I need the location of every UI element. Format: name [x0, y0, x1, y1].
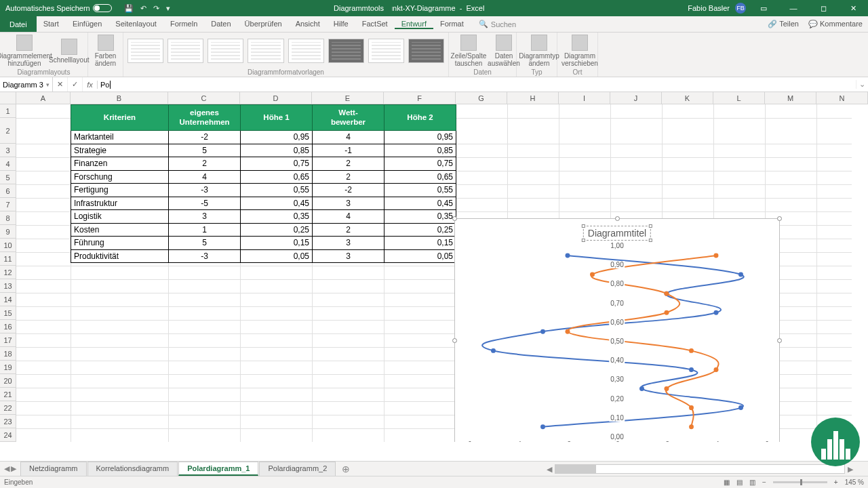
table-cell[interactable]: 0,85: [241, 144, 313, 157]
chart-object[interactable]: Diagrammtitel 0,000,100,200,300,400,500,…: [454, 218, 780, 442]
table-cell[interactable]: 0,75: [384, 157, 456, 171]
ribbon-options-icon[interactable]: ▭: [751, 0, 776, 16]
redo-icon[interactable]: ↷: [153, 4, 159, 13]
sheet-nav-prev-icon[interactable]: ◀: [4, 464, 9, 473]
row-header[interactable]: 17: [0, 333, 16, 347]
table-cell[interactable]: 0,75: [241, 157, 313, 171]
sheet-tab[interactable]: Korrelationsdiagramm: [87, 462, 178, 476]
change-colors-button[interactable]: Farben ändern: [92, 35, 119, 67]
table-cell[interactable]: 3: [169, 210, 241, 224]
column-header[interactable]: C: [168, 92, 240, 104]
chart-data-point[interactable]: [689, 405, 694, 410]
qat-dropdown-icon[interactable]: ▾: [166, 4, 170, 13]
ribbon-tab-seitenlayout[interactable]: Seitenlayout: [108, 20, 163, 28]
chart-data-point[interactable]: [738, 272, 743, 277]
column-header[interactable]: N: [816, 92, 868, 104]
row-header[interactable]: 15: [0, 306, 16, 320]
table-cell[interactable]: -5: [169, 197, 241, 210]
table-cell[interactable]: 4: [169, 170, 241, 184]
table-cell[interactable]: 5: [169, 237, 241, 250]
column-header[interactable]: B: [71, 92, 168, 104]
table-cell[interactable]: Strategie: [71, 144, 169, 157]
table-cell[interactable]: 5: [169, 144, 241, 157]
table-cell[interactable]: Marktanteil: [71, 131, 169, 144]
table-cell[interactable]: 4: [313, 210, 384, 224]
row-header[interactable]: 8: [0, 211, 16, 225]
row-header[interactable]: 2: [0, 118, 16, 144]
table-cell[interactable]: Führung: [71, 237, 169, 250]
chart-data-point[interactable]: [713, 367, 718, 372]
chart-style-5[interactable]: [288, 39, 324, 63]
row-header[interactable]: 4: [0, 157, 16, 171]
chart-data-point[interactable]: [738, 405, 743, 410]
chart-data-point[interactable]: [689, 367, 694, 372]
row-header[interactable]: 7: [0, 198, 16, 211]
table-cell[interactable]: 0,45: [241, 197, 313, 210]
row-header[interactable]: 9: [0, 225, 16, 239]
row-header[interactable]: 3: [0, 144, 16, 157]
chart-data-point[interactable]: [713, 310, 718, 315]
row-header[interactable]: 23: [0, 415, 16, 428]
data-table[interactable]: Kriterieneigenes UnternehmenHöhe 1Wett-b…: [71, 104, 456, 263]
table-cell[interactable]: 0,55: [241, 184, 313, 197]
table-cell[interactable]: 2: [313, 170, 384, 184]
row-header[interactable]: 10: [0, 239, 16, 252]
enter-formula-icon[interactable]: ✓: [68, 77, 83, 92]
table-cell[interactable]: Forschung: [71, 170, 169, 184]
table-cell[interactable]: 0,05: [384, 249, 456, 263]
column-header[interactable]: M: [765, 92, 816, 104]
chart-data-point[interactable]: [590, 272, 595, 277]
ribbon-tab-start[interactable]: Start: [37, 20, 66, 28]
ribbon-tab-überprüfen[interactable]: Überprüfen: [238, 20, 289, 28]
sheet-tab[interactable]: Polardiagramm_2: [259, 462, 336, 476]
ribbon-tab-daten[interactable]: Daten: [204, 20, 237, 28]
column-header[interactable]: A: [16, 92, 71, 104]
column-header[interactable]: E: [312, 92, 384, 104]
user-name[interactable]: Fabio Basler: [688, 4, 730, 12]
chart-series-line[interactable]: [568, 256, 719, 427]
table-cell[interactable]: 0,15: [241, 237, 313, 250]
row-header[interactable]: 22: [0, 401, 16, 415]
chart-title[interactable]: Diagrammtitel: [583, 226, 651, 241]
table-cell[interactable]: 2: [313, 157, 384, 171]
autosave-toggle[interactable]: Automatisches Speichern: [5, 4, 112, 12]
column-header[interactable]: J: [610, 92, 662, 104]
switch-row-column-button[interactable]: Zeile/Spalte tauschen: [453, 35, 484, 67]
ribbon-tab-entwurf[interactable]: Entwurf: [395, 20, 433, 29]
chart-style-2[interactable]: [167, 39, 203, 63]
table-cell[interactable]: -3: [169, 249, 241, 263]
table-cell[interactable]: 3: [313, 197, 384, 210]
ribbon-tab-format[interactable]: Format: [433, 20, 471, 28]
table-cell[interactable]: Fertigung: [71, 184, 169, 197]
chart-data-point[interactable]: [689, 424, 694, 429]
table-cell[interactable]: 0,15: [384, 237, 456, 250]
worksheet-grid[interactable]: ABCDEFGHIJKLMN 1234567891011121314151617…: [0, 92, 868, 442]
new-sheet-button[interactable]: ⊕: [336, 464, 355, 474]
row-header[interactable]: 21: [0, 388, 16, 401]
column-header[interactable]: D: [240, 92, 312, 104]
row-header[interactable]: 5: [0, 171, 16, 184]
table-cell[interactable]: 0,95: [241, 131, 313, 144]
sheet-tab[interactable]: Polardiagramm_1: [178, 462, 258, 476]
chevron-down-icon[interactable]: ▾: [46, 81, 50, 88]
ribbon-tab-einfügen[interactable]: Einfügen: [66, 20, 108, 28]
chart-data-point[interactable]: [566, 329, 570, 334]
move-chart-button[interactable]: Diagramm verschieben: [561, 35, 598, 67]
minimize-icon[interactable]: —: [781, 0, 806, 16]
chart-style-8[interactable]: [408, 39, 444, 63]
name-box[interactable]: Diagramm 3▾: [0, 77, 53, 92]
row-header[interactable]: 13: [0, 279, 16, 293]
table-cell[interactable]: 0,55: [384, 184, 456, 197]
close-icon[interactable]: ✕: [841, 0, 865, 16]
table-header[interactable]: Höhe 2: [384, 105, 456, 131]
table-cell[interactable]: Finanzen: [71, 157, 169, 171]
table-cell[interactable]: Produktivität: [71, 249, 169, 263]
table-cell[interactable]: 0,45: [384, 197, 456, 210]
ribbon-tab-ansicht[interactable]: Ansicht: [289, 20, 327, 28]
select-all-button[interactable]: [0, 92, 16, 104]
sheet-tab[interactable]: Netzdiagramm: [20, 462, 87, 476]
table-header[interactable]: eigenes Unternehmen: [169, 105, 241, 131]
row-header[interactable]: 12: [0, 266, 16, 279]
table-cell[interactable]: Infrastruktur: [71, 197, 169, 210]
table-cell[interactable]: 0,65: [241, 170, 313, 184]
